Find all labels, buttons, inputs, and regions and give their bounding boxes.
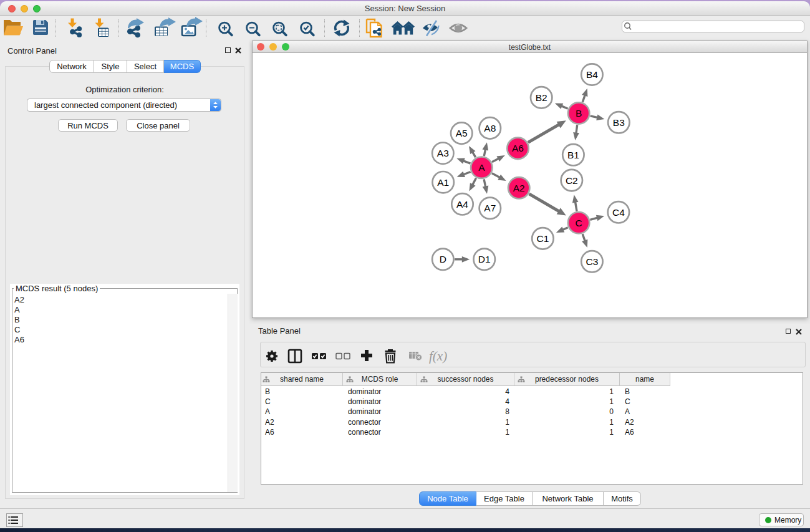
svg-text:D1: D1: [478, 254, 491, 264]
svg-text:C4: C4: [612, 207, 625, 218]
svg-text:B2: B2: [536, 92, 547, 103]
svg-text:C3: C3: [586, 256, 598, 267]
svg-text:B3: B3: [613, 117, 625, 128]
svg-text:B: B: [576, 108, 582, 118]
svg-text:C2: C2: [566, 175, 578, 186]
svg-text:A: A: [478, 162, 485, 173]
svg-text:A7: A7: [484, 203, 496, 213]
svg-text:B1: B1: [567, 150, 579, 160]
svg-text:A4: A4: [456, 199, 468, 210]
svg-text:A2: A2: [513, 183, 525, 193]
svg-text:A3: A3: [437, 148, 449, 158]
svg-text:A5: A5: [456, 128, 468, 138]
svg-text:A1: A1: [437, 177, 449, 188]
svg-text:f(x): f(x): [429, 349, 447, 364]
svg-text:B4: B4: [586, 69, 598, 80]
svg-text:D: D: [440, 254, 446, 264]
svg-text:C1: C1: [536, 233, 549, 244]
svg-text:A8: A8: [484, 123, 496, 133]
svg-text:A6: A6: [512, 143, 524, 153]
svg-text:C: C: [575, 218, 582, 228]
